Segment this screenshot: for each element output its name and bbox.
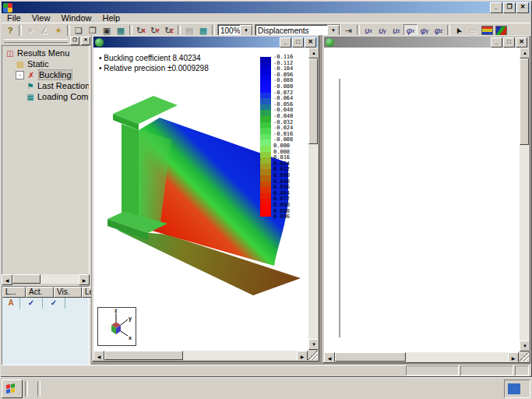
maximize-button[interactable]: □ <box>503 37 515 48</box>
child1-vertical-scrollbar[interactable]: ▲▼ <box>308 48 318 350</box>
desktop: _❐✕ FileViewWindowHelp ?⌖∠✴❏❐▣▦↻X↻Y↻Z▤▦1… <box>0 0 532 399</box>
axis-letter: Z <box>170 28 173 34</box>
combination-icon: ▦ <box>26 93 35 101</box>
color-scale-cell <box>260 193 271 200</box>
color-scale-cell <box>260 128 271 134</box>
column-header-vis[interactable]: Vis. <box>54 287 82 298</box>
toolbar-separator <box>67 25 70 36</box>
maximize-button[interactable]: □ <box>292 37 304 48</box>
close-button[interactable]: ✕ <box>516 37 527 48</box>
scroll-track[interactable] <box>12 274 79 284</box>
child2-vertical-scrollbar[interactable]: ▲▼ <box>520 48 529 351</box>
grid-icon-glyph: ▤ <box>185 26 193 36</box>
status-pane <box>460 365 513 376</box>
scroll-left-button[interactable]: ◀ <box>324 352 335 362</box>
tree-item-label: Results Menu <box>17 48 69 58</box>
scroll-right-button[interactable]: ▶ <box>79 274 90 285</box>
close-button[interactable]: ✕ <box>305 37 316 48</box>
child1-horizontal-scrollbar[interactable]: ◀▶ <box>93 351 308 360</box>
title-bar[interactable]: _❐✕ <box>2 2 530 13</box>
menu-file[interactable]: File <box>2 13 26 23</box>
scroll-right-button[interactable]: ▶ <box>297 351 308 360</box>
color-scale-cell <box>260 93 271 99</box>
tree-item-results-menu[interactable]: ◫Results Menu <box>2 48 89 58</box>
toolbar-separator <box>357 25 360 36</box>
scroll-track[interactable] <box>520 58 529 341</box>
results-panel: ❐✕ ◫Results Menu▧Static-✗Buckling⚑Last R… <box>2 37 91 365</box>
tree-item-buckling[interactable]: -✗Buckling <box>2 69 89 80</box>
scroll-down-button[interactable]: ▼ <box>520 341 529 351</box>
scroll-up-button[interactable]: ▲ <box>308 48 318 58</box>
menu-bar: FileViewWindowHelp <box>2 13 530 23</box>
target-tool-icon-glyph: ⌖ <box>28 26 33 36</box>
child1-title-bar[interactable]: _□✕ <box>93 37 318 48</box>
tree-item-last-reaction[interactable]: ⚑Last Reaction <box>2 80 89 91</box>
pointer-icon-glyph: ➤ <box>453 25 465 36</box>
u-x-button-sub: x <box>369 28 372 34</box>
taskbar-separator <box>37 381 41 397</box>
phi-x-button-glyph: φ <box>407 26 412 35</box>
scroll-left-button[interactable]: ◀ <box>2 274 12 285</box>
scroll-thumb[interactable] <box>104 351 183 360</box>
minimize-button[interactable]: _ <box>491 37 502 48</box>
child2-title-bar[interactable]: _□✕ <box>324 37 529 48</box>
color-scale-cell <box>260 69 271 75</box>
child2-horizontal-scrollbar[interactable]: ◀▶ <box>324 352 519 362</box>
color-scale-cell <box>260 134 271 140</box>
menu-view[interactable]: View <box>26 13 56 23</box>
svg-text:y: y <box>129 316 132 322</box>
copy-window-icon[interactable]: ❏ <box>72 24 86 37</box>
document-icon <box>95 38 104 47</box>
restore-button[interactable]: ❐ <box>503 2 516 13</box>
expander-icon[interactable]: - <box>16 71 24 79</box>
pane-close-button[interactable]: ✕ <box>81 37 90 45</box>
toolbar-separator <box>19 25 22 36</box>
child2-controls: _□✕ <box>491 37 527 48</box>
language-indicator[interactable] <box>508 383 520 394</box>
tree-horizontal-scrollbar[interactable]: ◀▶ <box>2 274 90 284</box>
tree-item-static[interactable]: ▧Static <box>2 58 89 69</box>
visibility-check: ✓ <box>20 298 43 309</box>
status-pane <box>515 365 529 376</box>
color-scale-cell <box>260 205 271 211</box>
u-y-button-sub: y <box>383 28 386 34</box>
child2-resize-grip[interactable] <box>519 351 529 362</box>
scroll-thumb[interactable] <box>12 274 41 284</box>
color-scale-cell <box>260 75 271 81</box>
panel-grip[interactable] <box>4 39 68 43</box>
panel-header[interactable]: ❐✕ <box>2 37 91 44</box>
menu-window[interactable]: Window <box>55 13 97 23</box>
close-button[interactable]: ✕ <box>516 2 529 13</box>
color-scale-cell <box>260 116 271 122</box>
menu-help[interactable]: Help <box>97 13 126 23</box>
zoom-combo-value: 100% <box>218 26 240 35</box>
child1-resize-grip[interactable] <box>308 350 318 360</box>
minimize-button[interactable]: _ <box>490 2 502 13</box>
tree-item-loading-combination[interactable]: ▦Loading Combination <box>2 91 89 102</box>
minimize-button[interactable]: _ <box>280 37 291 48</box>
windows-logo-icon <box>6 383 15 394</box>
target-tool-icon[interactable]: ⌖ <box>23 24 37 37</box>
scroll-track[interactable] <box>308 58 318 339</box>
scroll-down-button[interactable]: ▼ <box>308 339 318 350</box>
static-folder-icon: ▧ <box>16 60 25 69</box>
scroll-thumb[interactable] <box>520 58 529 145</box>
pick-tool-icon[interactable]: ✴ <box>51 24 65 37</box>
scroll-track[interactable] <box>335 352 508 362</box>
column-header-act[interactable]: Act. <box>26 287 54 298</box>
scroll-right-button[interactable]: ▶ <box>508 352 519 362</box>
column-header-l[interactable]: L... <box>2 287 26 298</box>
table-row[interactable]: A✓✓ <box>2 298 89 309</box>
scroll-left-button[interactable]: ◀ <box>93 351 104 360</box>
color-scale-label: 0.040 <box>273 173 306 178</box>
scroll-thumb[interactable] <box>335 352 406 362</box>
help-icon[interactable]: ? <box>3 24 17 37</box>
angle-tool-icon[interactable]: ∠ <box>37 24 51 37</box>
scroll-thumb[interactable] <box>308 58 318 144</box>
chart-area <box>324 48 529 344</box>
scroll-up-button[interactable]: ▲ <box>520 48 529 58</box>
layers-table: L...Act.Vis.LegendA✓✓ <box>2 286 90 365</box>
scroll-track[interactable] <box>104 351 297 360</box>
pane-maximize-button[interactable]: ❐ <box>70 37 79 45</box>
start-button[interactable] <box>2 380 23 398</box>
